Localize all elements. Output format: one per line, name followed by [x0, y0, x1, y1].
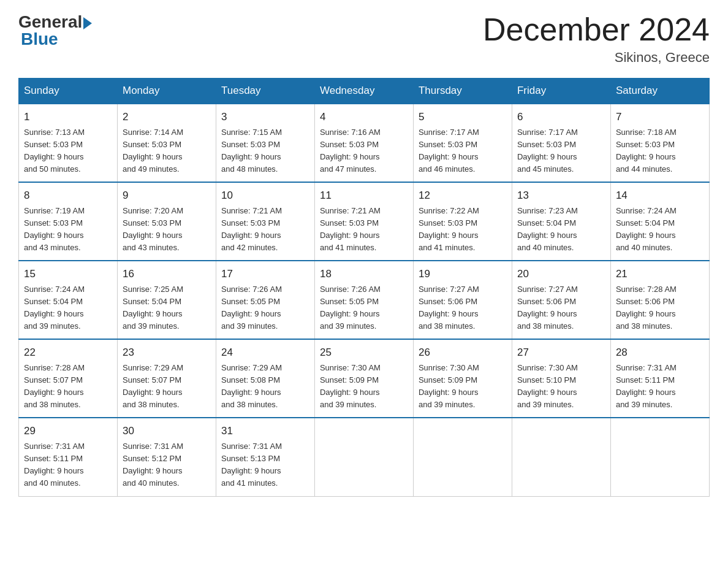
day-info: Sunrise: 7:20 AMSunset: 5:03 PMDaylight:…: [123, 205, 211, 255]
day-info: Sunrise: 7:19 AMSunset: 5:03 PMDaylight:…: [24, 205, 112, 255]
day-info: Sunrise: 7:31 AMSunset: 5:11 PMDaylight:…: [24, 440, 112, 490]
day-number: 18: [320, 266, 408, 282]
calendar-cell: 25Sunrise: 7:30 AMSunset: 5:09 PMDayligh…: [314, 339, 413, 418]
day-info: Sunrise: 7:30 AMSunset: 5:09 PMDaylight:…: [320, 362, 408, 412]
day-number: 11: [320, 188, 408, 204]
day-number: 19: [419, 266, 507, 282]
logo-arrow-icon: [83, 17, 92, 29]
col-header-tuesday: Tuesday: [216, 79, 314, 104]
day-info: Sunrise: 7:27 AMSunset: 5:06 PMDaylight:…: [419, 283, 507, 333]
calendar-cell: [413, 418, 512, 496]
calendar-cell: 9Sunrise: 7:20 AMSunset: 5:03 PMDaylight…: [117, 182, 216, 261]
calendar-cell: 5Sunrise: 7:17 AMSunset: 5:03 PMDaylight…: [413, 104, 512, 182]
day-info: Sunrise: 7:13 AMSunset: 5:03 PMDaylight:…: [24, 126, 112, 176]
calendar-cell: 14Sunrise: 7:24 AMSunset: 5:04 PMDayligh…: [610, 182, 709, 261]
col-header-friday: Friday: [512, 79, 610, 104]
calendar-cell: 28Sunrise: 7:31 AMSunset: 5:11 PMDayligh…: [610, 339, 709, 418]
day-info: Sunrise: 7:21 AMSunset: 5:03 PMDaylight:…: [221, 205, 309, 255]
calendar-cell: 12Sunrise: 7:22 AMSunset: 5:03 PMDayligh…: [413, 182, 512, 261]
day-number: 1: [24, 109, 112, 125]
day-number: 15: [24, 266, 112, 282]
title-section: December 2024 Sikinos, Greece: [483, 12, 710, 66]
day-info: Sunrise: 7:30 AMSunset: 5:09 PMDaylight:…: [419, 362, 507, 412]
logo: General Blue: [18, 12, 92, 49]
day-number: 3: [221, 109, 309, 125]
day-info: Sunrise: 7:23 AMSunset: 5:04 PMDaylight:…: [517, 205, 605, 255]
day-number: 27: [517, 345, 605, 361]
col-header-saturday: Saturday: [610, 79, 709, 104]
page-header: General Blue December 2024 Sikinos, Gree…: [18, 12, 710, 66]
calendar-cell: 10Sunrise: 7:21 AMSunset: 5:03 PMDayligh…: [216, 182, 314, 261]
logo-blue-text: Blue: [21, 29, 58, 49]
day-number: 31: [221, 423, 309, 439]
day-info: Sunrise: 7:25 AMSunset: 5:04 PMDaylight:…: [123, 283, 211, 333]
calendar-cell: 4Sunrise: 7:16 AMSunset: 5:03 PMDaylight…: [314, 104, 413, 182]
day-number: 9: [123, 188, 211, 204]
day-info: Sunrise: 7:18 AMSunset: 5:03 PMDaylight:…: [616, 126, 704, 176]
day-number: 29: [24, 423, 112, 439]
day-info: Sunrise: 7:28 AMSunset: 5:06 PMDaylight:…: [616, 283, 704, 333]
day-info: Sunrise: 7:31 AMSunset: 5:13 PMDaylight:…: [221, 440, 309, 490]
col-header-monday: Monday: [117, 79, 216, 104]
day-number: 21: [616, 266, 704, 282]
calendar-cell: 3Sunrise: 7:15 AMSunset: 5:03 PMDaylight…: [216, 104, 314, 182]
day-info: Sunrise: 7:28 AMSunset: 5:07 PMDaylight:…: [24, 362, 112, 412]
calendar-cell: 15Sunrise: 7:24 AMSunset: 5:04 PMDayligh…: [19, 261, 118, 339]
day-info: Sunrise: 7:30 AMSunset: 5:10 PMDaylight:…: [517, 362, 605, 412]
calendar-cell: 18Sunrise: 7:26 AMSunset: 5:05 PMDayligh…: [314, 261, 413, 339]
day-info: Sunrise: 7:31 AMSunset: 5:12 PMDaylight:…: [123, 440, 211, 490]
calendar-cell: 22Sunrise: 7:28 AMSunset: 5:07 PMDayligh…: [19, 339, 118, 418]
week-row-4: 22Sunrise: 7:28 AMSunset: 5:07 PMDayligh…: [19, 339, 710, 418]
day-info: Sunrise: 7:22 AMSunset: 5:03 PMDaylight:…: [419, 205, 507, 255]
calendar-cell: 27Sunrise: 7:30 AMSunset: 5:10 PMDayligh…: [512, 339, 610, 418]
day-number: 4: [320, 109, 408, 125]
calendar-cell: 1Sunrise: 7:13 AMSunset: 5:03 PMDaylight…: [19, 104, 118, 182]
day-number: 23: [123, 345, 211, 361]
day-number: 16: [123, 266, 211, 282]
day-number: 26: [419, 345, 507, 361]
day-number: 28: [616, 345, 704, 361]
calendar-cell: 16Sunrise: 7:25 AMSunset: 5:04 PMDayligh…: [117, 261, 216, 339]
day-number: 14: [616, 188, 704, 204]
day-info: Sunrise: 7:15 AMSunset: 5:03 PMDaylight:…: [221, 126, 309, 176]
week-row-1: 1Sunrise: 7:13 AMSunset: 5:03 PMDaylight…: [19, 104, 710, 182]
month-title: December 2024: [483, 12, 710, 47]
calendar-cell: 11Sunrise: 7:21 AMSunset: 5:03 PMDayligh…: [314, 182, 413, 261]
day-info: Sunrise: 7:26 AMSunset: 5:05 PMDaylight:…: [320, 283, 408, 333]
day-number: 5: [419, 109, 507, 125]
calendar-cell: 30Sunrise: 7:31 AMSunset: 5:12 PMDayligh…: [117, 418, 216, 496]
day-number: 25: [320, 345, 408, 361]
day-info: Sunrise: 7:26 AMSunset: 5:05 PMDaylight:…: [221, 283, 309, 333]
day-info: Sunrise: 7:27 AMSunset: 5:06 PMDaylight:…: [517, 283, 605, 333]
day-info: Sunrise: 7:24 AMSunset: 5:04 PMDaylight:…: [24, 283, 112, 333]
calendar-cell: 13Sunrise: 7:23 AMSunset: 5:04 PMDayligh…: [512, 182, 610, 261]
col-header-sunday: Sunday: [19, 79, 118, 104]
calendar-cell: 19Sunrise: 7:27 AMSunset: 5:06 PMDayligh…: [413, 261, 512, 339]
day-number: 22: [24, 345, 112, 361]
day-number: 24: [221, 345, 309, 361]
day-info: Sunrise: 7:29 AMSunset: 5:07 PMDaylight:…: [123, 362, 211, 412]
day-number: 8: [24, 188, 112, 204]
calendar-cell: 20Sunrise: 7:27 AMSunset: 5:06 PMDayligh…: [512, 261, 610, 339]
calendar-cell: [512, 418, 610, 496]
day-number: 7: [616, 109, 704, 125]
day-info: Sunrise: 7:17 AMSunset: 5:03 PMDaylight:…: [517, 126, 605, 176]
day-number: 12: [419, 188, 507, 204]
location-title: Sikinos, Greece: [483, 50, 710, 66]
calendar-cell: 31Sunrise: 7:31 AMSunset: 5:13 PMDayligh…: [216, 418, 314, 496]
calendar-cell: 17Sunrise: 7:26 AMSunset: 5:05 PMDayligh…: [216, 261, 314, 339]
calendar-cell: 23Sunrise: 7:29 AMSunset: 5:07 PMDayligh…: [117, 339, 216, 418]
day-number: 10: [221, 188, 309, 204]
day-info: Sunrise: 7:31 AMSunset: 5:11 PMDaylight:…: [616, 362, 704, 412]
day-info: Sunrise: 7:29 AMSunset: 5:08 PMDaylight:…: [221, 362, 309, 412]
day-info: Sunrise: 7:21 AMSunset: 5:03 PMDaylight:…: [320, 205, 408, 255]
calendar-cell: 6Sunrise: 7:17 AMSunset: 5:03 PMDaylight…: [512, 104, 610, 182]
calendar-table: SundayMondayTuesdayWednesdayThursdayFrid…: [18, 78, 710, 496]
calendar-header-row: SundayMondayTuesdayWednesdayThursdayFrid…: [19, 79, 710, 104]
week-row-5: 29Sunrise: 7:31 AMSunset: 5:11 PMDayligh…: [19, 418, 710, 496]
calendar-cell: [314, 418, 413, 496]
calendar-cell: 24Sunrise: 7:29 AMSunset: 5:08 PMDayligh…: [216, 339, 314, 418]
day-number: 17: [221, 266, 309, 282]
calendar-cell: 26Sunrise: 7:30 AMSunset: 5:09 PMDayligh…: [413, 339, 512, 418]
day-info: Sunrise: 7:14 AMSunset: 5:03 PMDaylight:…: [123, 126, 211, 176]
